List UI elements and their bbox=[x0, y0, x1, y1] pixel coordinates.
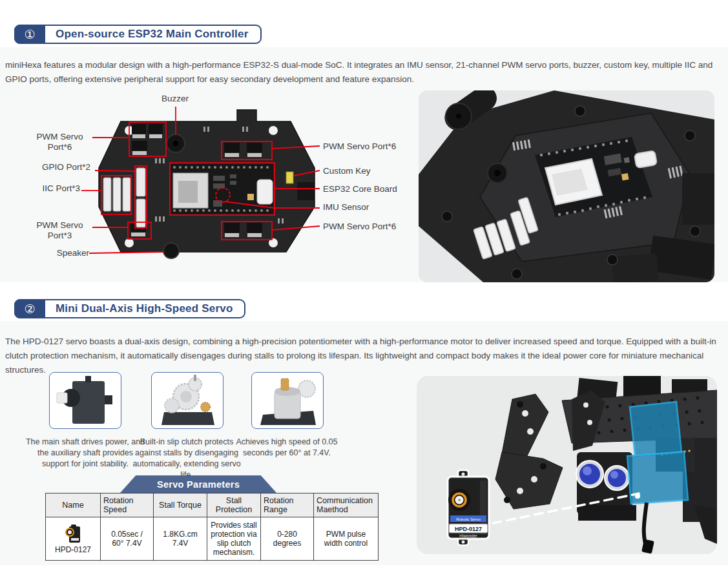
cell-stall-torque: 1.8KG.cm 7.4V bbox=[154, 517, 207, 561]
feature-image-slip-clutch bbox=[151, 372, 224, 429]
servo-parameters-table: Name Rotation Speed Stall Torque Stall P… bbox=[45, 493, 379, 561]
servo-gears-illustration bbox=[155, 375, 220, 426]
servo-callout-image: Robotic Servo HPD-0127 Hiwonder bbox=[448, 470, 489, 545]
section2-header: ② Mini Dual-Axis High-Speed Servo bbox=[14, 299, 245, 318]
table-header-row: Name Rotation Speed Stall Torque Stall P… bbox=[46, 494, 379, 517]
diagram-label-imu-sensor: IMU Sensor bbox=[323, 202, 407, 213]
diagram-label-iic-port3: IIC Port*3 bbox=[16, 183, 80, 194]
servo-dual-shaft-illustration bbox=[53, 375, 118, 426]
cell-stall-protection: Provides stall protection via slip clutc… bbox=[207, 517, 261, 561]
section1-header: ① Open-source ESP32 Main Controller bbox=[14, 25, 262, 44]
header-rotation-range: Rotation Range bbox=[261, 494, 314, 517]
header-rotation-speed: Rotation Speed bbox=[101, 494, 154, 517]
diagram-label-buzzer: Buzzer bbox=[155, 94, 195, 104]
feature-image-high-speed-motor bbox=[251, 372, 324, 429]
header-name: Name bbox=[46, 494, 101, 517]
section2-title: Mini Dual-Axis High-Speed Servo bbox=[45, 300, 244, 317]
section1-number-badge: ① bbox=[14, 25, 45, 44]
header-stall-protection: Stall Protection bbox=[207, 494, 261, 517]
feature-caption-dual-shaft: The main shaft drives power, and the aux… bbox=[24, 437, 147, 470]
feature-caption-high-speed: Achieves high speed of 0.05 seconds per … bbox=[225, 437, 348, 459]
header-stall-torque: Stall Torque bbox=[154, 494, 207, 517]
servo-motor-illustration bbox=[255, 375, 320, 426]
diagram-label-esp32-core-board: ESP32 Core Board bbox=[323, 184, 407, 194]
servo-parameters-banner: Servo Parameters bbox=[120, 475, 276, 493]
servo-model-label: HPD-0127 bbox=[455, 526, 482, 532]
section1-description: miniHexa features a modular design with … bbox=[5, 58, 723, 87]
diagram-label-pwm-servo-port6-right-top: PWM Servo Port*6 bbox=[323, 141, 407, 152]
cell-rotation-range: 0-280 degrees bbox=[261, 517, 314, 561]
section2-number-badge: ② bbox=[14, 299, 45, 318]
servo-brand-label: Hiwonder bbox=[459, 534, 477, 538]
diagram-label-gpio-port2: GPIO Port*2 bbox=[26, 162, 90, 172]
diagram-label-pwm-servo-port3: PWM Servo Port*3 bbox=[29, 220, 90, 241]
servo-thumbnail-icon bbox=[64, 524, 82, 545]
feature-image-dual-shaft bbox=[49, 372, 121, 429]
servo-tag-label: Robotic Servo bbox=[456, 517, 481, 521]
header-communication: Communication Maethod bbox=[314, 494, 379, 517]
robot-servo-highlight-photo: Robotic Servo HPD-0127 Hiwonder bbox=[417, 376, 717, 554]
page: ① Open-source ESP32 Main Controller mini… bbox=[0, 0, 728, 582]
controller-closeup-photo bbox=[419, 90, 714, 282]
diagram-label-speaker: Speaker bbox=[25, 248, 89, 258]
section1-title: Open-source ESP32 Main Controller bbox=[45, 26, 260, 43]
controller-board-diagram bbox=[78, 103, 320, 262]
cell-name: HPD-0127 bbox=[46, 517, 101, 561]
diagram-label-custom-key: Custom Key bbox=[323, 166, 407, 176]
section2-description: The HPD-0127 servo boasts a dual-axis de… bbox=[5, 335, 723, 377]
diagram-label-pwm-servo-port6-right-bottom: PWM Servo Port*6 bbox=[323, 222, 407, 232]
cell-name-model: HPD-0127 bbox=[55, 545, 91, 554]
table-row: HPD-0127 0.05sec / 60° 7.4V 1.8KG.cm 7.4… bbox=[46, 517, 379, 561]
diagram-label-pwm-servo-port6-left: PWM Servo Port*6 bbox=[29, 132, 90, 152]
cell-rotation-speed: 0.05sec / 60° 7.4V bbox=[101, 517, 154, 561]
cell-communication: PWM pulse width control bbox=[314, 517, 379, 561]
